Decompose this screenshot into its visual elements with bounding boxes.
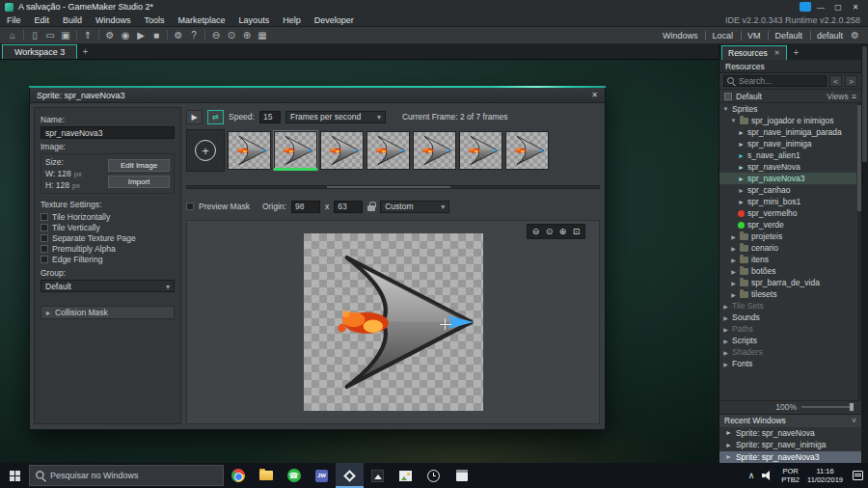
- project-root-label[interactable]: Default: [736, 92, 762, 101]
- preview-mask-checkbox[interactable]: [186, 203, 194, 210]
- chevron-right-icon[interactable]: ▶: [722, 349, 729, 356]
- tree-item-spr-canhao[interactable]: ►spr_canhao: [719, 184, 856, 196]
- chevron-right-icon[interactable]: ▶: [722, 361, 729, 367]
- jw-library-icon[interactable]: JW: [308, 463, 336, 488]
- tree-item-fonts[interactable]: ▶Fonts: [719, 358, 856, 369]
- menu-help[interactable]: Help: [276, 15, 308, 25]
- tree-item-spr-nave-inimiga[interactable]: ►spr_nave_inimiga: [719, 138, 856, 149]
- menu-build[interactable]: Build: [56, 15, 89, 25]
- tab-workspace-3[interactable]: Workspace 3: [2, 44, 77, 59]
- add-panel-tab-button[interactable]: [789, 45, 804, 60]
- chevron-down-icon[interactable]: ▼: [722, 106, 729, 112]
- collision-mask-section[interactable]: Collision Mask: [41, 306, 175, 319]
- zoom-out-icon[interactable]: ⊖: [208, 29, 224, 42]
- target-vm[interactable]: VM: [741, 31, 763, 41]
- tree-item-spr-vermelho[interactable]: spr_vermelho: [719, 207, 856, 219]
- recent-window-sprite-spr-nave-inimiga[interactable]: ►Sprite: spr_nave_inimiga: [719, 439, 861, 451]
- show-hidden-icons-icon[interactable]: [748, 471, 755, 480]
- target-options-icon[interactable]: ⚙: [851, 30, 859, 41]
- origin-mode-dropdown[interactable]: Custom: [380, 201, 449, 213]
- menu-windows[interactable]: Windows: [89, 15, 138, 25]
- loop-mode-button[interactable]: [207, 110, 224, 124]
- play-button[interactable]: [186, 110, 203, 124]
- run-icon[interactable]: ▶: [133, 29, 149, 42]
- volume-icon[interactable]: [762, 471, 773, 480]
- file-explorer-icon[interactable]: [252, 463, 280, 488]
- chevron-right-icon[interactable]: ▶: [730, 245, 737, 252]
- fit-to-window-icon[interactable]: [570, 226, 583, 237]
- workspace-scrollbar[interactable]: [861, 44, 868, 463]
- chevron-right-icon[interactable]: ▶: [722, 338, 729, 344]
- target-local[interactable]: Local: [705, 31, 735, 41]
- checkbox-premultiply-alpha[interactable]: [41, 245, 48, 253]
- tree-item-spr-nave-inimiga-parada[interactable]: ►spr_nave_inimiga_parada: [719, 126, 856, 138]
- add-workspace-button[interactable]: [77, 44, 93, 59]
- tree-item-paths[interactable]: ▶Paths: [719, 323, 856, 335]
- chevron-right-icon[interactable]: ▶: [730, 257, 737, 263]
- chevron-right-icon[interactable]: ▶: [722, 326, 729, 333]
- tree-item-s-nave-alien1[interactable]: ►s_nave_alien1: [719, 149, 856, 161]
- windows-layout-icon[interactable]: ▦: [255, 29, 270, 42]
- zoom-in-icon[interactable]: ⊕: [239, 29, 255, 42]
- frame-thumbnail-0[interactable]: [228, 131, 271, 170]
- save-all-icon[interactable]: ▣: [58, 29, 73, 42]
- clock-icon[interactable]: [420, 463, 448, 488]
- chevron-right-icon[interactable]: ▶: [722, 303, 729, 310]
- tree-item-spr-navenova3[interactable]: ►spr_naveNova3: [719, 173, 856, 184]
- tree-item-tile-sets[interactable]: ▶Tile Sets: [719, 300, 856, 312]
- update-notification-icon[interactable]: [800, 2, 811, 12]
- menu-marketplace[interactable]: Marketplace: [172, 15, 232, 25]
- checkbox-tile-horizontally[interactable]: [41, 213, 48, 221]
- import-button[interactable]: Import: [108, 176, 170, 188]
- settings-icon[interactable]: ⚙: [171, 29, 186, 42]
- zoom-reset-icon[interactable]: [543, 226, 556, 237]
- zoom-actual-icon[interactable]: ⊙: [224, 29, 239, 42]
- tree-item-spr-mini-bos1[interactable]: ►spr_mini_bos1: [719, 196, 856, 207]
- sprite-name-input[interactable]: spr_naveNova3: [41, 126, 175, 139]
- speed-input[interactable]: 15: [259, 111, 281, 123]
- tree-item-sprites[interactable]: ▼Sprites: [719, 103, 856, 115]
- chevron-right-icon[interactable]: ▶: [730, 233, 737, 240]
- export-icon[interactable]: ⇑: [80, 29, 95, 42]
- group-dropdown[interactable]: Default: [41, 280, 175, 292]
- tree-item-spr-jogador-e-inimigos[interactable]: ▼spr_jogador e inimigos: [719, 115, 856, 126]
- frame-thumbnail-6[interactable]: [505, 131, 549, 170]
- tree-item-scripts[interactable]: ▶Scripts: [719, 335, 856, 346]
- tree-item-bot-es[interactable]: ▶botões: [719, 265, 856, 277]
- tree-item-spr-navenova[interactable]: ►spr_naveNova: [719, 161, 856, 173]
- taskbar-search-input[interactable]: Pesquisar no Windows: [29, 465, 224, 486]
- checkbox-tile-vertically[interactable]: [41, 224, 48, 231]
- navigate-forward-button[interactable]: [845, 75, 857, 87]
- navigate-back-button[interactable]: [829, 75, 842, 87]
- chrome-icon[interactable]: [224, 463, 252, 488]
- frame-thumbnail-1[interactable]: [274, 131, 317, 170]
- debug-icon[interactable]: ◉: [118, 29, 133, 42]
- sprite-window-close-icon[interactable]: [591, 91, 598, 99]
- menu-developer[interactable]: Developer: [308, 15, 361, 25]
- search-input[interactable]: Search...: [723, 75, 827, 87]
- menu-file[interactable]: File: [0, 15, 28, 25]
- views-selector[interactable]: Views: [827, 92, 856, 101]
- sprite-canvas[interactable]: [186, 220, 600, 424]
- checkbox-edge-filtering[interactable]: [41, 256, 48, 263]
- recent-windows-header[interactable]: Recent Windows: [719, 415, 861, 427]
- origin-y-input[interactable]: 63: [334, 201, 363, 213]
- tab-resources[interactable]: Resources: [721, 45, 787, 60]
- tree-item-sounds[interactable]: ▶Sounds: [719, 312, 856, 323]
- menu-layouts[interactable]: Layouts: [232, 15, 277, 25]
- close-resources-tab-icon[interactable]: [774, 49, 780, 57]
- action-center-icon[interactable]: [853, 471, 863, 480]
- new-file-icon[interactable]: ▯: [27, 29, 42, 42]
- frame-thumbnail-5[interactable]: [459, 131, 502, 170]
- chevron-right-icon[interactable]: ▶: [730, 268, 737, 275]
- sprite-window-titlebar[interactable]: Sprite: spr_naveNova3: [30, 88, 605, 103]
- menu-edit[interactable]: Edit: [28, 15, 57, 25]
- frame-thumbnail-3[interactable]: [366, 131, 410, 170]
- help-icon[interactable]: ?: [186, 29, 202, 42]
- close-button[interactable]: [848, 1, 863, 13]
- pictures-icon[interactable]: [392, 463, 420, 488]
- add-frame-button[interactable]: [186, 129, 225, 172]
- minimize-button[interactable]: [813, 1, 828, 13]
- run-gear-icon[interactable]: ⚙: [102, 29, 118, 42]
- clock-indicator[interactable]: 11:16 11/02/2019: [807, 467, 843, 484]
